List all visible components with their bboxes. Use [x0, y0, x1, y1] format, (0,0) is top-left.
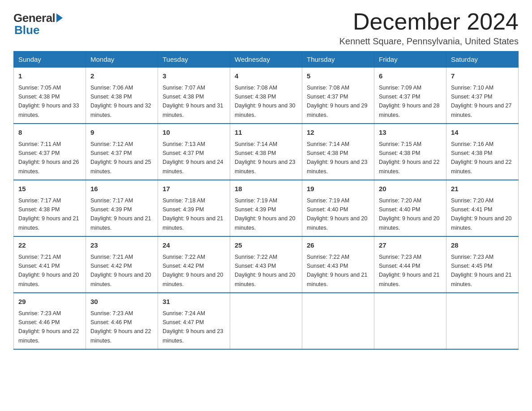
day-number: 20	[379, 184, 442, 194]
calendar-cell: 5 Sunrise: 7:08 AMSunset: 4:37 PMDayligh…	[302, 67, 374, 124]
day-info: Sunrise: 7:22 AMSunset: 4:42 PMDaylight:…	[163, 254, 223, 287]
day-number: 25	[235, 240, 297, 251]
calendar-week-row: 22 Sunrise: 7:21 AMSunset: 4:41 PMDaylig…	[14, 236, 519, 293]
day-number: 23	[90, 240, 153, 251]
day-number: 3	[163, 71, 225, 81]
calendar-header-friday: Friday	[374, 51, 446, 67]
calendar-cell	[230, 293, 302, 349]
day-number: 30	[90, 297, 153, 307]
day-number: 17	[163, 184, 225, 194]
day-number: 8	[18, 128, 81, 138]
title-area: December 2024 Kennett Square, Pennsylvan…	[339, 9, 519, 47]
calendar-week-row: 8 Sunrise: 7:11 AMSunset: 4:37 PMDayligh…	[14, 124, 519, 180]
calendar-header-row: SundayMondayTuesdayWednesdayThursdayFrid…	[14, 51, 519, 67]
day-number: 5	[307, 71, 369, 81]
calendar-header-sunday: Sunday	[14, 51, 86, 67]
calendar-cell: 8 Sunrise: 7:11 AMSunset: 4:37 PMDayligh…	[14, 124, 86, 180]
day-info: Sunrise: 7:09 AMSunset: 4:37 PMDaylight:…	[379, 85, 440, 118]
day-info: Sunrise: 7:23 AMSunset: 4:44 PMDaylight:…	[379, 254, 440, 287]
page-header: General Blue December 2024 Kennett Squar…	[13, 9, 519, 47]
day-number: 22	[18, 240, 81, 251]
day-number: 26	[307, 240, 369, 251]
day-info: Sunrise: 7:19 AMSunset: 4:40 PMDaylight:…	[307, 197, 368, 231]
day-info: Sunrise: 7:17 AMSunset: 4:38 PMDaylight:…	[18, 197, 79, 231]
day-info: Sunrise: 7:17 AMSunset: 4:39 PMDaylight:…	[90, 197, 151, 231]
day-info: Sunrise: 7:08 AMSunset: 4:38 PMDaylight:…	[235, 85, 296, 118]
calendar-cell: 18 Sunrise: 7:19 AMSunset: 4:39 PMDaylig…	[230, 180, 302, 236]
calendar-cell: 15 Sunrise: 7:17 AMSunset: 4:38 PMDaylig…	[14, 180, 86, 236]
day-info: Sunrise: 7:07 AMSunset: 4:38 PMDaylight:…	[163, 85, 223, 118]
day-info: Sunrise: 7:21 AMSunset: 4:41 PMDaylight:…	[18, 254, 79, 287]
day-number: 1	[18, 71, 81, 81]
day-info: Sunrise: 7:22 AMSunset: 4:43 PMDaylight:…	[235, 254, 296, 287]
day-number: 13	[379, 128, 442, 138]
day-number: 15	[18, 184, 81, 194]
calendar-week-row: 1 Sunrise: 7:05 AMSunset: 4:38 PMDayligh…	[14, 67, 519, 124]
day-info: Sunrise: 7:20 AMSunset: 4:40 PMDaylight:…	[379, 197, 440, 231]
day-info: Sunrise: 7:11 AMSunset: 4:37 PMDaylight:…	[18, 141, 79, 175]
day-info: Sunrise: 7:12 AMSunset: 4:37 PMDaylight:…	[90, 141, 151, 175]
day-info: Sunrise: 7:16 AMSunset: 4:38 PMDaylight:…	[451, 141, 512, 175]
calendar-cell: 26 Sunrise: 7:22 AMSunset: 4:43 PMDaylig…	[302, 236, 374, 293]
day-number: 11	[235, 128, 297, 138]
calendar-cell: 31 Sunrise: 7:24 AMSunset: 4:47 PMDaylig…	[158, 293, 230, 349]
calendar-header-thursday: Thursday	[302, 51, 374, 67]
logo-arrow-icon	[56, 13, 63, 22]
day-info: Sunrise: 7:23 AMSunset: 4:46 PMDaylight:…	[18, 310, 79, 344]
day-number: 18	[235, 184, 297, 194]
logo: General Blue	[13, 9, 63, 37]
logo-blue-text: Blue	[13, 23, 39, 37]
calendar-cell: 3 Sunrise: 7:07 AMSunset: 4:38 PMDayligh…	[158, 67, 230, 124]
calendar-cell: 6 Sunrise: 7:09 AMSunset: 4:37 PMDayligh…	[374, 67, 446, 124]
calendar-cell: 27 Sunrise: 7:23 AMSunset: 4:44 PMDaylig…	[374, 236, 446, 293]
calendar-cell: 22 Sunrise: 7:21 AMSunset: 4:41 PMDaylig…	[14, 236, 86, 293]
calendar-cell: 30 Sunrise: 7:23 AMSunset: 4:46 PMDaylig…	[86, 293, 158, 349]
day-number: 14	[451, 128, 514, 138]
day-number: 29	[18, 297, 81, 307]
calendar-cell: 29 Sunrise: 7:23 AMSunset: 4:46 PMDaylig…	[14, 293, 86, 349]
day-info: Sunrise: 7:24 AMSunset: 4:47 PMDaylight:…	[163, 310, 223, 344]
calendar-cell: 14 Sunrise: 7:16 AMSunset: 4:38 PMDaylig…	[446, 124, 519, 180]
calendar-cell: 4 Sunrise: 7:08 AMSunset: 4:38 PMDayligh…	[230, 67, 302, 124]
day-info: Sunrise: 7:15 AMSunset: 4:38 PMDaylight:…	[379, 141, 440, 175]
day-number: 10	[163, 128, 225, 138]
day-number: 28	[451, 240, 514, 251]
location-title: Kennett Square, Pennsylvania, United Sta…	[339, 36, 519, 47]
day-info: Sunrise: 7:20 AMSunset: 4:41 PMDaylight:…	[451, 197, 512, 231]
day-number: 4	[235, 71, 297, 81]
calendar-header-tuesday: Tuesday	[158, 51, 230, 67]
calendar-cell: 13 Sunrise: 7:15 AMSunset: 4:38 PMDaylig…	[374, 124, 446, 180]
calendar-table: SundayMondayTuesdayWednesdayThursdayFrid…	[13, 51, 519, 350]
calendar-cell: 23 Sunrise: 7:21 AMSunset: 4:42 PMDaylig…	[86, 236, 158, 293]
month-title: December 2024	[339, 9, 519, 34]
calendar-cell: 1 Sunrise: 7:05 AMSunset: 4:38 PMDayligh…	[14, 67, 86, 124]
day-info: Sunrise: 7:21 AMSunset: 4:42 PMDaylight:…	[90, 254, 151, 287]
calendar-week-row: 15 Sunrise: 7:17 AMSunset: 4:38 PMDaylig…	[14, 180, 519, 236]
day-number: 16	[90, 184, 153, 194]
day-info: Sunrise: 7:22 AMSunset: 4:43 PMDaylight:…	[307, 254, 368, 287]
calendar-cell	[374, 293, 446, 349]
day-info: Sunrise: 7:23 AMSunset: 4:45 PMDaylight:…	[451, 254, 512, 287]
day-number: 2	[90, 71, 153, 81]
day-info: Sunrise: 7:14 AMSunset: 4:38 PMDaylight:…	[235, 141, 296, 175]
day-number: 21	[451, 184, 514, 194]
calendar-cell: 12 Sunrise: 7:14 AMSunset: 4:38 PMDaylig…	[302, 124, 374, 180]
day-info: Sunrise: 7:10 AMSunset: 4:37 PMDaylight:…	[451, 85, 512, 118]
calendar-cell: 7 Sunrise: 7:10 AMSunset: 4:37 PMDayligh…	[446, 67, 519, 124]
calendar-cell: 20 Sunrise: 7:20 AMSunset: 4:40 PMDaylig…	[374, 180, 446, 236]
calendar-cell	[446, 293, 519, 349]
calendar-cell	[302, 293, 374, 349]
calendar-cell: 25 Sunrise: 7:22 AMSunset: 4:43 PMDaylig…	[230, 236, 302, 293]
calendar-cell: 10 Sunrise: 7:13 AMSunset: 4:37 PMDaylig…	[158, 124, 230, 180]
day-info: Sunrise: 7:18 AMSunset: 4:39 PMDaylight:…	[163, 197, 223, 231]
calendar-cell: 24 Sunrise: 7:22 AMSunset: 4:42 PMDaylig…	[158, 236, 230, 293]
day-info: Sunrise: 7:05 AMSunset: 4:38 PMDaylight:…	[18, 85, 79, 118]
calendar-header-wednesday: Wednesday	[230, 51, 302, 67]
calendar-cell: 28 Sunrise: 7:23 AMSunset: 4:45 PMDaylig…	[446, 236, 519, 293]
calendar-cell: 17 Sunrise: 7:18 AMSunset: 4:39 PMDaylig…	[158, 180, 230, 236]
day-number: 24	[163, 240, 225, 251]
calendar-cell: 9 Sunrise: 7:12 AMSunset: 4:37 PMDayligh…	[86, 124, 158, 180]
day-info: Sunrise: 7:14 AMSunset: 4:38 PMDaylight:…	[307, 141, 368, 175]
calendar-cell: 21 Sunrise: 7:20 AMSunset: 4:41 PMDaylig…	[446, 180, 519, 236]
day-info: Sunrise: 7:13 AMSunset: 4:37 PMDaylight:…	[163, 141, 223, 175]
